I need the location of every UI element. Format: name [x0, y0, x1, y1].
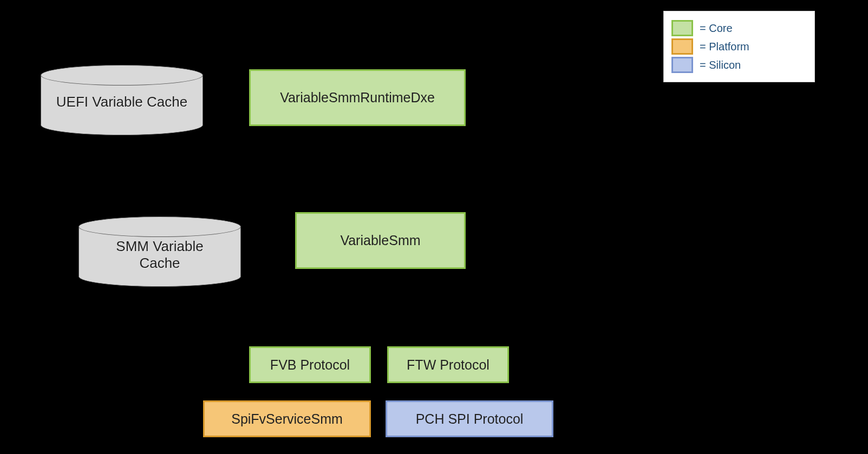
smm-variable-cache-label: SMM Variable Cache — [79, 238, 241, 272]
variable-smm-label: VariableSmm — [340, 233, 420, 248]
legend-row-core: = Core — [671, 20, 805, 36]
ftw-protocol-box: FTW Protocol — [387, 346, 509, 383]
legend-panel: = Core = Platform = Silicon — [663, 11, 815, 82]
legend-label-platform: = Platform — [700, 41, 749, 53]
legend-row-platform: = Platform — [671, 38, 805, 55]
variable-smm-box: VariableSmm — [295, 212, 466, 269]
variable-smm-runtime-dxe-box: VariableSmmRuntimeDxe — [249, 69, 466, 126]
legend-label-silicon: = Silicon — [700, 59, 741, 71]
pch-spi-protocol-label: PCH SPI Protocol — [416, 411, 524, 427]
uefi-variable-cache-label: UEFI Variable Cache — [41, 94, 203, 110]
legend-label-core: = Core — [700, 22, 733, 35]
smm-variable-cache-cylinder: SMM Variable Cache — [79, 216, 241, 287]
uefi-variable-cache-cylinder: UEFI Variable Cache — [41, 65, 203, 135]
spi-fv-service-smm-box: SpiFvServiceSmm — [203, 400, 371, 437]
legend-swatch-silicon — [671, 57, 693, 73]
legend-swatch-core — [671, 20, 693, 36]
spi-fv-service-smm-label: SpiFvServiceSmm — [231, 411, 343, 427]
fvb-protocol-label: FVB Protocol — [270, 357, 350, 373]
legend-row-silicon: = Silicon — [671, 57, 805, 73]
ftw-protocol-label: FTW Protocol — [407, 357, 490, 373]
variable-smm-runtime-dxe-label: VariableSmmRuntimeDxe — [280, 90, 435, 106]
diagram-stage: UEFI Variable Cache SMM Variable Cache V… — [0, 0, 868, 454]
legend-swatch-platform — [671, 38, 693, 55]
fvb-protocol-box: FVB Protocol — [249, 346, 371, 383]
pch-spi-protocol-box: PCH SPI Protocol — [386, 400, 553, 437]
